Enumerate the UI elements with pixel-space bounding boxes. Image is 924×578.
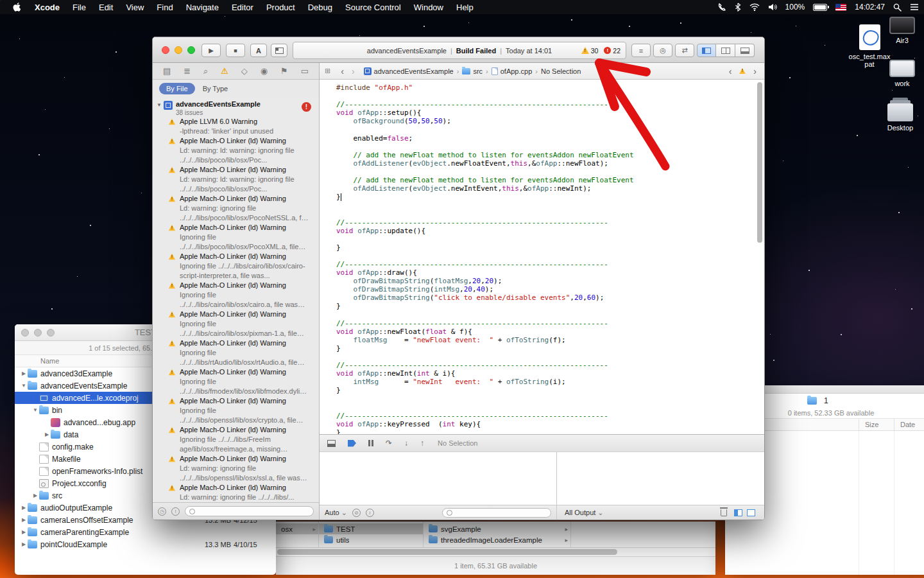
code-line[interactable]: enabled=false; [336, 134, 764, 143]
breadcrumb-project[interactable]: advancedEventsExample [364, 67, 454, 75]
issue-navigator-icon[interactable]: ⚠ [221, 67, 228, 75]
disclosure-triangle[interactable]: ▶ [20, 517, 28, 523]
standard-editor-button[interactable] [697, 44, 716, 57]
code-line[interactable] [336, 168, 764, 176]
desktop-icon-air3[interactable]: Air3 [878, 17, 924, 44]
code-line[interactable] [336, 201, 764, 209]
code-line[interactable] [336, 125, 764, 134]
next-issue-button[interactable]: › [749, 66, 760, 76]
related-items-icon[interactable]: ⊞ [325, 67, 330, 75]
finder-window-bottom[interactable]: osx▸TESTutilssvgExample▸threadedImageLoa… [276, 521, 715, 575]
code-line[interactable]: ofDrawBitmapString(floatMsg,20,20); [336, 277, 764, 285]
menu-item[interactable]: Navigate [180, 3, 225, 12]
step-into-icon[interactable]: ↓ [404, 439, 408, 448]
file-row-pointcloudexample[interactable]: ▶pointCloudExample13.3 MB4/10/15 [15, 538, 276, 550]
assistant-circles-button[interactable]: ◎ [653, 44, 672, 57]
column-item-svgexample[interactable]: svgExample▸ [424, 523, 570, 534]
menu-item[interactable]: Find [150, 3, 179, 12]
disclosure-triangle[interactable]: ▶ [20, 371, 28, 376]
previous-issue-button[interactable]: ‹ [725, 66, 736, 76]
issue-row[interactable]: Apple Mach-O Linker (ld) WarningIgnoring… [153, 223, 319, 252]
code-line[interactable]: //--------------------------------------… [336, 412, 764, 420]
code-line[interactable]: //--------------------------------------… [336, 361, 764, 369]
hide-debug-area-icon[interactable] [327, 440, 336, 447]
editor-lines-button[interactable]: ≡ [631, 44, 651, 57]
log-navigator-icon[interactable]: ▭ [301, 67, 309, 75]
error-count-badge[interactable]: !22 [604, 47, 620, 55]
issue-row[interactable]: Apple Mach-O Linker (ld) WarningIgnoring… [153, 425, 319, 454]
code-line[interactable]: void ofApp::newInt(int & i){ [336, 369, 764, 378]
menu-item[interactable]: File [66, 3, 92, 12]
desktop-icon-work[interactable]: work [878, 60, 924, 87]
forward-button[interactable]: › [348, 66, 359, 76]
menu-item[interactable]: Product [260, 3, 302, 12]
disclosure-triangle[interactable]: ▼ [20, 383, 28, 389]
code-line[interactable]: //--------------------------------------… [336, 218, 764, 227]
code-line[interactable]: } [336, 386, 764, 394]
issue-row[interactable]: Apple Mach-O Linker (ld) WarningLd: warn… [153, 454, 319, 483]
version-editor-button[interactable] [735, 44, 755, 57]
handoff-phone-icon[interactable] [717, 3, 726, 12]
code-line[interactable] [336, 353, 764, 361]
console-output-popup[interactable]: All Output [565, 509, 604, 517]
notification-center-icon[interactable] [910, 3, 919, 11]
code-line[interactable] [336, 235, 764, 243]
step-over-icon[interactable]: ↷ [386, 439, 392, 448]
wifi-icon[interactable] [749, 3, 760, 11]
variables-filter-field[interactable] [442, 508, 551, 518]
disclosure-triangle[interactable]: ▶ [20, 529, 28, 535]
menu-item[interactable]: Window [407, 3, 450, 12]
issue-row[interactable]: Apple Mach-O Linker (ld) WarningIgnoring… [153, 281, 319, 310]
menu-app-name[interactable]: Xcode [28, 3, 66, 12]
breadcrumb-src[interactable]: src [462, 67, 483, 75]
issue-row[interactable]: Apple Mach-O Linker (ld) WarningLd: warn… [153, 194, 319, 223]
issue-row[interactable]: Apple Mach-O Linker (ld) WarningIgnoring… [153, 310, 319, 338]
disclosure-triangle[interactable]: ▶ [20, 541, 28, 547]
search-navigator-icon[interactable]: ⌕ [203, 67, 208, 75]
breakpoints-toggle-icon[interactable] [348, 440, 356, 447]
disclosure-triangle[interactable]: ▶ [20, 505, 28, 511]
file-row-cameraparentingexample[interactable]: ▶cameraParentingExample [15, 526, 276, 538]
recent-issues-icon[interactable]: ◷ [158, 507, 166, 516]
source-editor[interactable]: #include "ofApp.h"//--------------------… [320, 80, 764, 435]
code-area[interactable]: #include "ofApp.h"//--------------------… [320, 80, 764, 435]
code-line[interactable]: void ofApp::keyPressed (int key){ [336, 420, 764, 428]
issue-row[interactable]: Apple Mach-O Linker (ld) WarningLd: warn… [153, 483, 319, 502]
battery-icon[interactable] [813, 4, 827, 11]
variables-view[interactable] [320, 452, 557, 505]
issue-filter-field[interactable] [185, 506, 314, 516]
show-variables-pane-button[interactable] [734, 509, 742, 516]
code-line[interactable]: void ofApp::draw(){ [336, 268, 764, 277]
code-line[interactable] [336, 311, 764, 319]
errors-only-icon[interactable]: ! [171, 507, 180, 516]
tab-by-file[interactable]: By File [159, 83, 195, 94]
xcode-titlebar[interactable]: ▶ ■ A advancedEventsExample Build Failed… [153, 37, 764, 63]
menu-item[interactable]: Edit [92, 3, 119, 12]
column-item-utils[interactable]: utils [319, 534, 423, 545]
tab-by-type[interactable]: By Type [203, 85, 228, 92]
disclosure-triangle[interactable]: ▶ [31, 493, 39, 498]
close-button[interactable] [162, 46, 169, 54]
column-header-date[interactable]: Date [900, 421, 915, 428]
code-line[interactable]: } [336, 428, 764, 435]
menu-item[interactable]: Help [450, 3, 480, 12]
column-item-test[interactable]: TEST [319, 523, 423, 534]
column-header-size[interactable]: Size [865, 421, 878, 428]
code-line[interactable]: //--------------------------------------… [336, 260, 764, 268]
editor-scrollbar-thumb[interactable] [757, 82, 762, 243]
issue-row[interactable]: Apple Mach-O Linker (ld) WarningIgnoring… [153, 338, 319, 367]
step-out-icon[interactable]: ↑ [420, 439, 424, 448]
code-line[interactable]: #include "ofApp.h" [336, 83, 764, 92]
code-line[interactable] [336, 209, 764, 218]
code-line[interactable]: } [336, 344, 764, 353]
code-line[interactable]: //--------------------------------------… [336, 100, 764, 109]
code-line[interactable] [336, 92, 764, 100]
pane-tool-icon[interactable] [271, 44, 287, 57]
test-navigator-icon[interactable]: ◇ [241, 67, 248, 75]
bluetooth-icon[interactable] [735, 3, 741, 12]
menu-item[interactable]: Source Control [339, 3, 407, 12]
xcode-window[interactable]: ▶ ■ A advancedEventsExample Build Failed… [152, 37, 765, 520]
breadcrumb-file[interactable]: ofApp.cpp [492, 67, 533, 75]
code-line[interactable]: //--------------------------------------… [336, 319, 764, 328]
input-language-flag-icon[interactable] [835, 4, 846, 11]
